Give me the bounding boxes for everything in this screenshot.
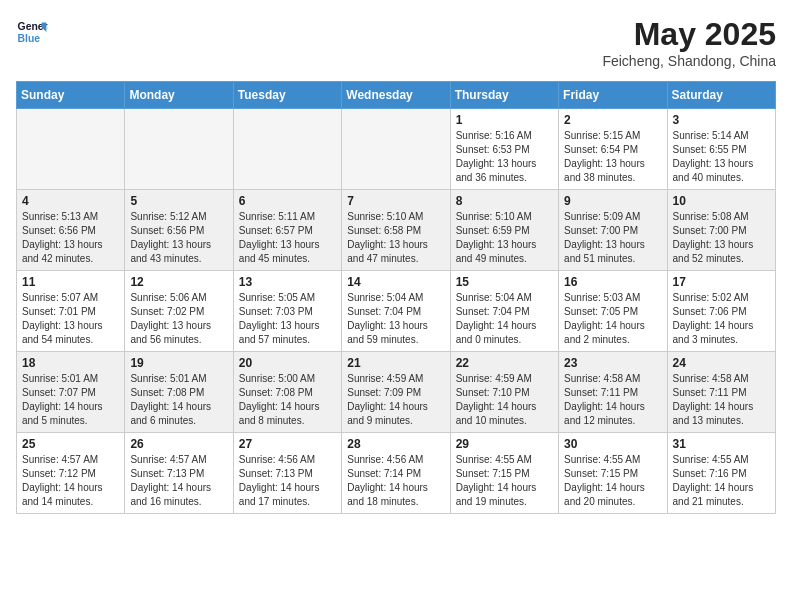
calendar-cell: 13Sunrise: 5:05 AMSunset: 7:03 PMDayligh…	[233, 271, 341, 352]
calendar-cell: 9Sunrise: 5:09 AMSunset: 7:00 PMDaylight…	[559, 190, 667, 271]
day-info: Sunrise: 4:58 AMSunset: 7:11 PMDaylight:…	[564, 372, 661, 428]
day-number: 31	[673, 437, 770, 451]
day-info: Sunrise: 4:57 AMSunset: 7:12 PMDaylight:…	[22, 453, 119, 509]
day-number: 20	[239, 356, 336, 370]
day-info: Sunrise: 4:56 AMSunset: 7:13 PMDaylight:…	[239, 453, 336, 509]
calendar-cell: 6Sunrise: 5:11 AMSunset: 6:57 PMDaylight…	[233, 190, 341, 271]
day-number: 21	[347, 356, 444, 370]
calendar-cell: 12Sunrise: 5:06 AMSunset: 7:02 PMDayligh…	[125, 271, 233, 352]
calendar-cell: 14Sunrise: 5:04 AMSunset: 7:04 PMDayligh…	[342, 271, 450, 352]
day-info: Sunrise: 5:04 AMSunset: 7:04 PMDaylight:…	[347, 291, 444, 347]
day-info: Sunrise: 5:09 AMSunset: 7:00 PMDaylight:…	[564, 210, 661, 266]
day-info: Sunrise: 5:02 AMSunset: 7:06 PMDaylight:…	[673, 291, 770, 347]
day-info: Sunrise: 4:59 AMSunset: 7:09 PMDaylight:…	[347, 372, 444, 428]
day-number: 10	[673, 194, 770, 208]
calendar-cell: 5Sunrise: 5:12 AMSunset: 6:56 PMDaylight…	[125, 190, 233, 271]
calendar-cell: 15Sunrise: 5:04 AMSunset: 7:04 PMDayligh…	[450, 271, 558, 352]
day-info: Sunrise: 5:15 AMSunset: 6:54 PMDaylight:…	[564, 129, 661, 185]
calendar-cell: 17Sunrise: 5:02 AMSunset: 7:06 PMDayligh…	[667, 271, 775, 352]
calendar-cell: 26Sunrise: 4:57 AMSunset: 7:13 PMDayligh…	[125, 433, 233, 514]
day-number: 28	[347, 437, 444, 451]
location-subtitle: Feicheng, Shandong, China	[602, 53, 776, 69]
day-number: 14	[347, 275, 444, 289]
day-info: Sunrise: 5:08 AMSunset: 7:00 PMDaylight:…	[673, 210, 770, 266]
calendar-cell	[342, 109, 450, 190]
day-info: Sunrise: 5:07 AMSunset: 7:01 PMDaylight:…	[22, 291, 119, 347]
calendar-cell: 23Sunrise: 4:58 AMSunset: 7:11 PMDayligh…	[559, 352, 667, 433]
day-number: 9	[564, 194, 661, 208]
calendar-cell: 20Sunrise: 5:00 AMSunset: 7:08 PMDayligh…	[233, 352, 341, 433]
weekday-header-tuesday: Tuesday	[233, 82, 341, 109]
page-header: General Blue May 2025 Feicheng, Shandong…	[16, 16, 776, 69]
weekday-header-monday: Monday	[125, 82, 233, 109]
calendar-cell: 19Sunrise: 5:01 AMSunset: 7:08 PMDayligh…	[125, 352, 233, 433]
day-info: Sunrise: 5:01 AMSunset: 7:08 PMDaylight:…	[130, 372, 227, 428]
day-number: 17	[673, 275, 770, 289]
day-info: Sunrise: 4:57 AMSunset: 7:13 PMDaylight:…	[130, 453, 227, 509]
day-number: 13	[239, 275, 336, 289]
calendar-cell: 11Sunrise: 5:07 AMSunset: 7:01 PMDayligh…	[17, 271, 125, 352]
calendar-cell: 29Sunrise: 4:55 AMSunset: 7:15 PMDayligh…	[450, 433, 558, 514]
calendar-cell: 27Sunrise: 4:56 AMSunset: 7:13 PMDayligh…	[233, 433, 341, 514]
weekday-header-wednesday: Wednesday	[342, 82, 450, 109]
day-info: Sunrise: 5:10 AMSunset: 6:58 PMDaylight:…	[347, 210, 444, 266]
logo-icon: General Blue	[16, 16, 48, 48]
calendar-cell: 2Sunrise: 5:15 AMSunset: 6:54 PMDaylight…	[559, 109, 667, 190]
svg-text:Blue: Blue	[18, 33, 41, 44]
day-info: Sunrise: 5:00 AMSunset: 7:08 PMDaylight:…	[239, 372, 336, 428]
day-info: Sunrise: 4:56 AMSunset: 7:14 PMDaylight:…	[347, 453, 444, 509]
day-number: 18	[22, 356, 119, 370]
day-number: 19	[130, 356, 227, 370]
calendar-cell: 22Sunrise: 4:59 AMSunset: 7:10 PMDayligh…	[450, 352, 558, 433]
day-number: 25	[22, 437, 119, 451]
day-number: 24	[673, 356, 770, 370]
day-info: Sunrise: 5:12 AMSunset: 6:56 PMDaylight:…	[130, 210, 227, 266]
calendar-cell	[17, 109, 125, 190]
calendar-cell: 7Sunrise: 5:10 AMSunset: 6:58 PMDaylight…	[342, 190, 450, 271]
day-info: Sunrise: 5:13 AMSunset: 6:56 PMDaylight:…	[22, 210, 119, 266]
weekday-header-row: SundayMondayTuesdayWednesdayThursdayFrid…	[17, 82, 776, 109]
day-info: Sunrise: 5:14 AMSunset: 6:55 PMDaylight:…	[673, 129, 770, 185]
calendar-week-4: 18Sunrise: 5:01 AMSunset: 7:07 PMDayligh…	[17, 352, 776, 433]
weekday-header-friday: Friday	[559, 82, 667, 109]
day-number: 26	[130, 437, 227, 451]
calendar-cell: 10Sunrise: 5:08 AMSunset: 7:00 PMDayligh…	[667, 190, 775, 271]
calendar-cell: 28Sunrise: 4:56 AMSunset: 7:14 PMDayligh…	[342, 433, 450, 514]
day-info: Sunrise: 4:55 AMSunset: 7:16 PMDaylight:…	[673, 453, 770, 509]
calendar-week-1: 1Sunrise: 5:16 AMSunset: 6:53 PMDaylight…	[17, 109, 776, 190]
day-number: 30	[564, 437, 661, 451]
calendar-cell: 8Sunrise: 5:10 AMSunset: 6:59 PMDaylight…	[450, 190, 558, 271]
day-info: Sunrise: 5:03 AMSunset: 7:05 PMDaylight:…	[564, 291, 661, 347]
day-number: 12	[130, 275, 227, 289]
month-title: May 2025	[602, 16, 776, 53]
weekday-header-thursday: Thursday	[450, 82, 558, 109]
day-number: 7	[347, 194, 444, 208]
day-number: 22	[456, 356, 553, 370]
day-info: Sunrise: 4:55 AMSunset: 7:15 PMDaylight:…	[456, 453, 553, 509]
calendar-cell: 16Sunrise: 5:03 AMSunset: 7:05 PMDayligh…	[559, 271, 667, 352]
day-number: 6	[239, 194, 336, 208]
day-number: 23	[564, 356, 661, 370]
calendar-cell: 18Sunrise: 5:01 AMSunset: 7:07 PMDayligh…	[17, 352, 125, 433]
calendar-cell: 3Sunrise: 5:14 AMSunset: 6:55 PMDaylight…	[667, 109, 775, 190]
day-info: Sunrise: 5:11 AMSunset: 6:57 PMDaylight:…	[239, 210, 336, 266]
day-number: 2	[564, 113, 661, 127]
day-info: Sunrise: 5:01 AMSunset: 7:07 PMDaylight:…	[22, 372, 119, 428]
calendar-cell	[233, 109, 341, 190]
calendar-cell	[125, 109, 233, 190]
calendar-week-3: 11Sunrise: 5:07 AMSunset: 7:01 PMDayligh…	[17, 271, 776, 352]
logo: General Blue	[16, 16, 48, 48]
calendar-cell: 21Sunrise: 4:59 AMSunset: 7:09 PMDayligh…	[342, 352, 450, 433]
day-info: Sunrise: 5:05 AMSunset: 7:03 PMDaylight:…	[239, 291, 336, 347]
calendar-cell: 30Sunrise: 4:55 AMSunset: 7:15 PMDayligh…	[559, 433, 667, 514]
day-number: 5	[130, 194, 227, 208]
title-block: May 2025 Feicheng, Shandong, China	[602, 16, 776, 69]
day-number: 4	[22, 194, 119, 208]
day-info: Sunrise: 4:55 AMSunset: 7:15 PMDaylight:…	[564, 453, 661, 509]
day-info: Sunrise: 4:58 AMSunset: 7:11 PMDaylight:…	[673, 372, 770, 428]
day-number: 16	[564, 275, 661, 289]
weekday-header-sunday: Sunday	[17, 82, 125, 109]
day-number: 1	[456, 113, 553, 127]
calendar-table: SundayMondayTuesdayWednesdayThursdayFrid…	[16, 81, 776, 514]
day-number: 8	[456, 194, 553, 208]
